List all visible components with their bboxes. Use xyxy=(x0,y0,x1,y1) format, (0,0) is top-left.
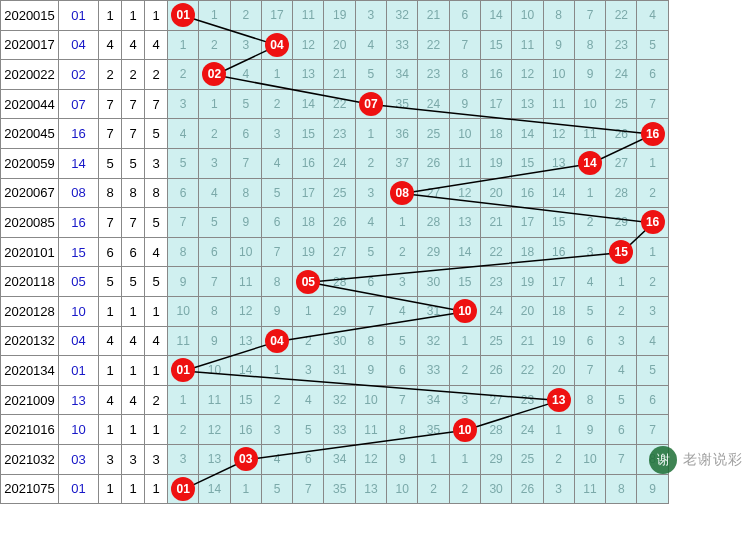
grid-cell: 6 xyxy=(168,178,199,208)
stat-cell: 5 xyxy=(99,267,122,297)
grid-cell: 10 xyxy=(387,474,418,504)
grid-cell: 8 xyxy=(261,267,292,297)
grid-cell: 14 xyxy=(230,356,261,386)
ball-icon: 10 xyxy=(453,418,477,442)
grid-cell: 6 xyxy=(293,444,324,474)
grid-cell: 7 xyxy=(606,444,637,474)
grid-cell: 15 xyxy=(512,148,543,178)
grid-cell: 30 xyxy=(418,267,449,297)
grid-cell: 2 xyxy=(449,356,480,386)
grid-cell: 4 xyxy=(261,148,292,178)
grid-cell: 12 xyxy=(449,178,480,208)
grid-cell: 27 xyxy=(480,385,511,415)
grid-cell: 32 xyxy=(324,385,355,415)
grid-cell: 7 xyxy=(637,415,668,445)
grid-cell-hit: 04 xyxy=(261,326,292,356)
watermark-icon: 谢 xyxy=(649,446,677,474)
number-cell: 13 xyxy=(59,385,99,415)
grid-cell: 4 xyxy=(261,444,292,474)
stat-cell: 3 xyxy=(145,444,168,474)
number-cell: 10 xyxy=(59,415,99,445)
grid-cell: 25 xyxy=(324,178,355,208)
grid-cell: 4 xyxy=(637,326,668,356)
grid-cell: 26 xyxy=(324,208,355,238)
stat-cell: 1 xyxy=(145,1,168,31)
table-row: 202100913442111152432107343272313856 xyxy=(1,385,669,415)
grid-cell: 24 xyxy=(606,60,637,90)
grid-cell: 6 xyxy=(637,385,668,415)
grid-cell: 3 xyxy=(387,267,418,297)
grid-cell: 25 xyxy=(418,119,449,149)
grid-cell: 22 xyxy=(324,89,355,119)
grid-cell: 1 xyxy=(543,415,574,445)
grid-cell-hit: 08 xyxy=(387,178,418,208)
grid-cell: 3 xyxy=(261,119,292,149)
grid-cell: 11 xyxy=(512,30,543,60)
grid-cell: 1 xyxy=(606,267,637,297)
grid-cell-hit: 01 xyxy=(168,474,199,504)
grid-cell: 20 xyxy=(480,178,511,208)
stat-cell: 4 xyxy=(122,326,145,356)
grid-cell: 24 xyxy=(324,148,355,178)
grid-cell: 6 xyxy=(387,356,418,386)
grid-cell: 31 xyxy=(324,356,355,386)
grid-cell: 3 xyxy=(230,30,261,60)
period-cell: 2020134 xyxy=(1,356,59,386)
table-row: 2020067088886485172530827122016141282 xyxy=(1,178,669,208)
grid-cell: 22 xyxy=(418,30,449,60)
grid-cell: 1 xyxy=(637,148,668,178)
grid-cell: 16 xyxy=(512,178,543,208)
stat-cell: 7 xyxy=(145,89,168,119)
ball-icon: 15 xyxy=(609,240,633,264)
watermark-text: 老谢说彩 xyxy=(683,451,743,469)
grid-cell: 16 xyxy=(480,60,511,90)
grid-cell: 6 xyxy=(574,326,605,356)
grid-cell: 3 xyxy=(355,178,386,208)
grid-cell: 8 xyxy=(449,60,480,90)
grid-cell: 14 xyxy=(512,119,543,149)
stat-cell: 1 xyxy=(122,474,145,504)
grid-cell: 4 xyxy=(230,60,261,90)
grid-cell: 9 xyxy=(355,356,386,386)
period-cell: 2020044 xyxy=(1,89,59,119)
grid-cell: 1 xyxy=(168,30,199,60)
ball-icon: 02 xyxy=(202,62,226,86)
stat-cell: 6 xyxy=(99,237,122,267)
grid-cell: 11 xyxy=(168,326,199,356)
stat-cell: 2 xyxy=(99,60,122,90)
table-row: 2020015011110112171119332216141087224 xyxy=(1,1,669,31)
number-cell: 10 xyxy=(59,296,99,326)
stat-cell: 1 xyxy=(122,356,145,386)
grid-cell: 24 xyxy=(480,296,511,326)
grid-cell: 9 xyxy=(574,415,605,445)
grid-cell: 9 xyxy=(543,30,574,60)
grid-cell: 4 xyxy=(606,356,637,386)
grid-cell: 22 xyxy=(512,356,543,386)
stat-cell: 1 xyxy=(122,415,145,445)
grid-cell: 30 xyxy=(480,474,511,504)
grid-cell: 34 xyxy=(418,385,449,415)
grid-cell: 23 xyxy=(324,119,355,149)
ball-icon: 04 xyxy=(265,33,289,57)
grid-cell: 30 xyxy=(324,326,355,356)
grid-cell: 11 xyxy=(230,267,261,297)
ball-icon: 07 xyxy=(359,92,383,116)
grid-cell: 20 xyxy=(543,356,574,386)
grid-cell: 28 xyxy=(324,267,355,297)
stat-cell: 1 xyxy=(145,415,168,445)
grid-cell: 1 xyxy=(418,444,449,474)
watermark: 谢 老谢说彩 xyxy=(649,446,743,474)
grid-cell: 2 xyxy=(293,326,324,356)
ball-icon: 01 xyxy=(171,477,195,501)
grid-cell: 14 xyxy=(480,1,511,31)
grid-cell: 15 xyxy=(543,208,574,238)
grid-cell: 12 xyxy=(293,30,324,60)
grid-cell: 34 xyxy=(387,60,418,90)
grid-cell: 3 xyxy=(606,326,637,356)
grid-cell: 26 xyxy=(480,356,511,386)
stat-cell: 4 xyxy=(99,30,122,60)
grid-cell: 15 xyxy=(480,30,511,60)
grid-cell: 4 xyxy=(168,119,199,149)
stat-cell: 7 xyxy=(99,208,122,238)
grid-cell: 5 xyxy=(574,296,605,326)
